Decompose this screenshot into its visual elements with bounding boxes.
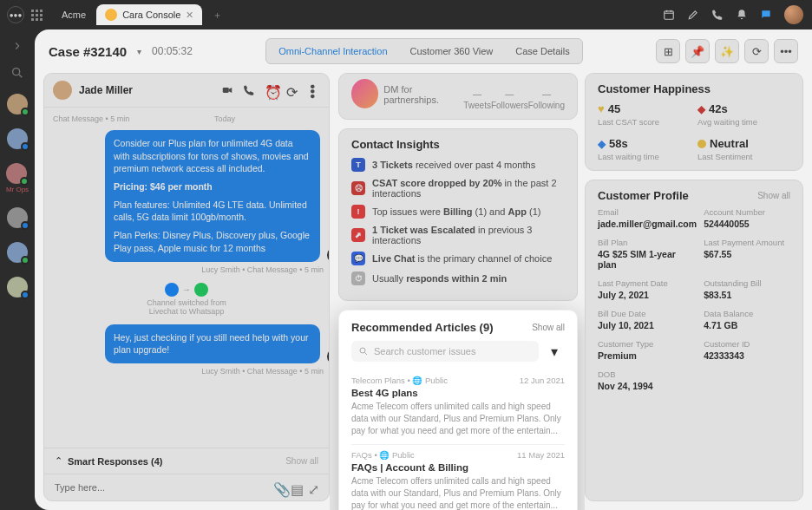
workspace-tab[interactable]: Acme — [51, 6, 96, 23]
field-customer-type: Customer TypePremium — [598, 339, 697, 361]
left-rail: Mr Ops — [0, 29, 35, 510]
apps-grid-icon[interactable] — [31, 10, 43, 21]
whatsapp-icon — [194, 283, 208, 297]
filter-icon[interactable]: ▾ — [544, 341, 565, 362]
field-bill-due: Bill Due DateJuly 10, 2021 — [598, 309, 697, 330]
contact-avatar[interactable] — [53, 81, 72, 100]
recommended-articles-card: Recommended Articles (9) Show all Search… — [338, 310, 578, 510]
call-icon[interactable] — [243, 84, 255, 96]
rail-contact-5[interactable] — [7, 242, 28, 263]
social-card: DM for partnerships. —Tweets —Followers … — [338, 73, 578, 120]
reco-title: Recommended Articles (9) — [351, 321, 494, 334]
tool-pin-icon[interactable]: 📌 — [685, 39, 710, 63]
chat-today: Today — [214, 114, 235, 123]
field-dob: DOBNov 24, 1994 — [598, 369, 697, 391]
refresh-icon[interactable]: ⟳ — [286, 84, 298, 96]
phone-icon[interactable] — [711, 9, 724, 21]
template-icon[interactable]: ▤ — [291, 481, 303, 494]
channel-switch-notice: → Channel switched from Livechat to What… — [53, 283, 320, 316]
field-customer-id: Customer ID42333343 — [704, 339, 790, 361]
field-plan: Bill Plan4G $25 SIM 1-year plan — [598, 238, 697, 270]
chat-icon[interactable] — [760, 9, 772, 21]
tweets-stat: —Tweets — [463, 89, 491, 110]
tab-omni[interactable]: Omni-Channel Interaction — [270, 42, 396, 60]
tab-avatar — [105, 9, 117, 21]
arrow-right-icon: → — [182, 284, 191, 294]
svg-rect-0 — [665, 11, 674, 19]
metric-avg-wait: ◆42sAvg waiting time — [697, 102, 790, 127]
rail-contact-4[interactable] — [7, 207, 28, 228]
bell-icon[interactable] — [736, 9, 748, 21]
new-tab-button[interactable]: ＋ — [207, 5, 226, 24]
messenger-icon — [165, 283, 179, 297]
response-badge-icon: ⏱ — [351, 271, 365, 285]
rail-contact-3[interactable] — [6, 163, 27, 184]
metric-last-wait: ◆58sLast waiting time — [598, 137, 691, 161]
tool-more-icon[interactable]: ••• — [774, 39, 798, 63]
agent-avatar — [327, 246, 329, 264]
csat-badge-icon: ☹ — [351, 181, 365, 195]
expand-icon[interactable]: ⤢ — [308, 481, 320, 494]
chevron-up-icon: ⌃ — [55, 455, 62, 467]
customer-profile-card: Customer Profile Show all Emailjade.mill… — [585, 180, 803, 501]
search-icon[interactable] — [10, 66, 24, 80]
field-account: Account Number524440055 — [704, 207, 790, 229]
svg-point-3 — [360, 348, 365, 353]
smart-responses-bar[interactable]: ⌃ Smart Responses (4) Show all — [44, 448, 329, 474]
tab-details[interactable]: Case Details — [507, 42, 578, 60]
browser-tabstrip: ●●● Acme Cara Console ✕ ＋ — [0, 0, 812, 29]
tool-layout-icon[interactable]: ⊞ — [656, 39, 680, 63]
message-author-2: Lucy Smith • Chat Message • 5 min — [53, 367, 324, 376]
expand-rail-icon[interactable] — [11, 40, 23, 52]
issues-badge-icon: ! — [351, 205, 365, 219]
metric-sentiment: NeutralLast Sentiment — [697, 137, 790, 161]
escalation-badge-icon: ⬈ — [351, 228, 365, 242]
following-stat: —Following — [528, 89, 565, 110]
close-tab-icon[interactable]: ✕ — [186, 10, 193, 21]
profile-title: Customer Profile — [598, 189, 689, 202]
case-id: Case #32140 — [49, 44, 127, 59]
message-input[interactable] — [53, 481, 268, 494]
rail-contact-1[interactable] — [7, 94, 28, 114]
tool-refresh-icon[interactable]: ⟳ — [744, 39, 769, 63]
channel-badge-icon: 💬 — [351, 252, 365, 265]
tool-wand-icon[interactable]: ✨ — [715, 39, 739, 63]
followers-stat: —Followers — [491, 89, 528, 110]
app-logo[interactable]: ●●● — [7, 6, 24, 23]
field-last-payment-date: Last Payment DateJuly 2, 2021 — [598, 278, 697, 300]
reco-search-input[interactable]: Search customer issues — [351, 341, 539, 362]
active-tab[interactable]: Cara Console ✕ — [96, 4, 202, 25]
reco-showall[interactable]: Show all — [532, 323, 565, 332]
field-last-payment-amt: Last Payment Amount$67.55 — [704, 238, 790, 270]
rail-contact-6[interactable] — [7, 277, 28, 298]
alarm-icon[interactable]: ⏰ — [265, 84, 277, 96]
article-2[interactable]: FAQs • 🌐 Public11 May 2021 FAQs | Accoun… — [351, 445, 565, 510]
rail-selected-label: Mr Ops — [6, 186, 29, 193]
user-avatar[interactable] — [784, 5, 803, 24]
contact-insights-card: Contact Insights T3 Tickets received ove… — [338, 128, 578, 301]
smart-showall[interactable]: Show all — [285, 456, 318, 466]
rail-contact-2[interactable] — [7, 128, 28, 149]
field-data-balance: Data Balance4.71 GB — [704, 309, 790, 330]
edit-icon[interactable] — [687, 9, 699, 21]
contact-name: Jade Miller — [79, 84, 212, 96]
social-avatar — [351, 79, 378, 108]
view-tabs: Omni-Channel Interaction Customer 360 Vi… — [265, 38, 583, 64]
more-icon[interactable]: ••• — [308, 84, 320, 96]
ticket-badge-icon: T — [351, 158, 365, 172]
svg-rect-2 — [223, 88, 229, 93]
case-dropdown-icon[interactable]: ▾ — [137, 47, 141, 56]
calendar-icon[interactable] — [663, 9, 675, 21]
field-email: Emailjade.miller@gmail.com — [598, 207, 697, 229]
video-icon[interactable] — [221, 84, 233, 96]
article-1[interactable]: Telecom Plans • 🌐 Public12 Jun 2021 Best… — [351, 370, 565, 445]
agent-message-1: Consider our Plus plan for unlimited 4G … — [105, 130, 320, 262]
message-author-1: Lucy Smith • Chat Message • 5 min — [53, 265, 324, 274]
chat-panel: Jade Miller ⏰ ⟳ ••• Chat Message • 5 min… — [43, 73, 330, 501]
agent-avatar — [327, 348, 329, 365]
profile-showall[interactable]: Show all — [757, 191, 790, 200]
tab-c360[interactable]: Customer 360 View — [402, 42, 502, 60]
attach-icon[interactable]: 📎 — [273, 481, 285, 494]
metric-csat: ♥45Last CSAT score — [598, 102, 691, 127]
svg-point-1 — [13, 69, 20, 75]
